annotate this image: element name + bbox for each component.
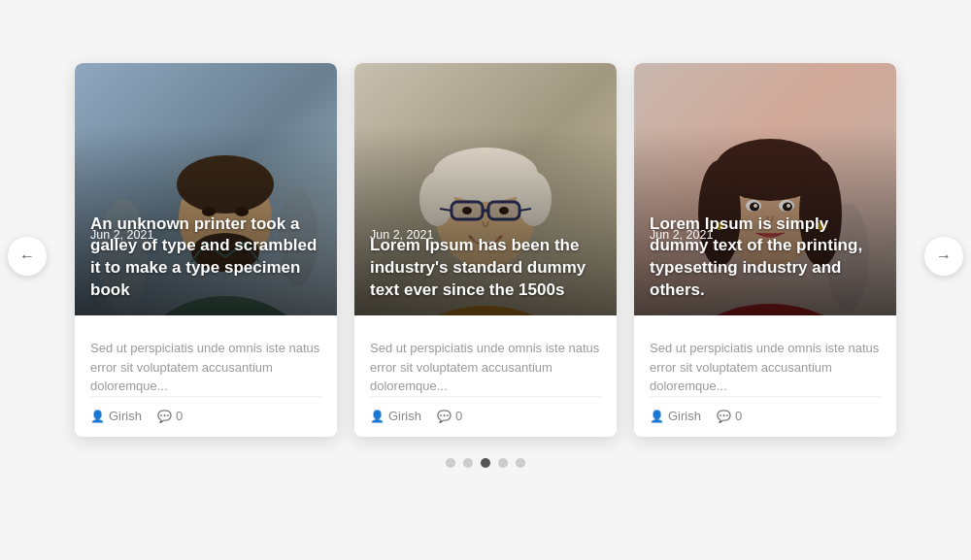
dot-0[interactable] — [446, 458, 455, 468]
card-1-author-name: Girish — [109, 409, 142, 423]
carousel-wrapper: ← — [0, 44, 971, 516]
card-3-title: Lorem Ipsum is simply dummy text of the … — [634, 204, 896, 316]
person-icon-2 — [370, 409, 385, 423]
person-icon-3 — [650, 409, 664, 423]
card-1: Jun 2, 2021 An unknown printer took a ga… — [75, 63, 337, 437]
dot-1[interactable] — [463, 458, 473, 468]
card-3-image: Jun 2, 2021 Lorem Ipsum is simply dummy … — [634, 63, 896, 315]
card-1-image: Jun 2, 2021 An unknown printer took a ga… — [75, 63, 337, 315]
card-3-lower: Sed ut perspiciatis unde omnis iste natu… — [634, 315, 896, 437]
card-1-comment-count: 0 — [176, 409, 183, 423]
card-2-lower: Sed ut perspiciatis unde omnis iste natu… — [354, 315, 617, 437]
comment-icon-1 — [157, 409, 172, 423]
right-arrow-icon: → — [936, 247, 952, 265]
card-3-meta: Girish 0 — [650, 396, 881, 423]
card-3-comments: 0 — [717, 409, 742, 423]
card-1-meta: Girish 0 — [90, 396, 321, 423]
card-1-author: Girish — [90, 409, 142, 423]
card-3-author: Girish — [650, 409, 701, 423]
comment-icon-2 — [437, 409, 452, 423]
card-1-lower: Sed ut perspiciatis unde omnis iste natu… — [75, 315, 337, 437]
comment-icon-3 — [717, 409, 731, 423]
card-3-comment-count: 0 — [735, 409, 742, 423]
card-2-meta: Girish 0 — [370, 396, 601, 423]
card-2-comment-count: 0 — [455, 409, 462, 423]
card-2-image: Jun 2, 2021 Lorem Ipsum has been the ind… — [354, 63, 617, 315]
card-1-comments: 0 — [157, 409, 183, 423]
prev-button[interactable]: ← — [8, 237, 47, 276]
next-button[interactable]: → — [924, 237, 963, 276]
card-3-author-name: Girish — [668, 409, 701, 423]
card-2: Jun 2, 2021 Lorem Ipsum has been the ind… — [354, 63, 617, 437]
dot-4[interactable] — [516, 458, 525, 468]
card-2-comments: 0 — [437, 409, 462, 423]
card-2-excerpt: Sed ut perspiciatis unde omnis iste natu… — [370, 339, 601, 396]
card-1-title: An unknown printer took a galley of type… — [75, 204, 337, 316]
card-2-author-name: Girish — [388, 409, 421, 423]
dot-3[interactable] — [498, 458, 508, 468]
left-arrow-icon: ← — [19, 247, 35, 265]
cards-row: Jun 2, 2021 An unknown printer took a ga… — [0, 63, 971, 437]
person-icon-1 — [90, 409, 105, 423]
card-1-excerpt: Sed ut perspiciatis unde omnis iste natu… — [90, 339, 321, 396]
card-3: Jun 2, 2021 Lorem Ipsum is simply dummy … — [634, 63, 896, 437]
card-2-author: Girish — [370, 409, 421, 423]
card-2-title: Lorem Ipsum has been the industry's stan… — [354, 225, 617, 315]
card-3-excerpt: Sed ut perspiciatis unde omnis iste natu… — [650, 339, 881, 396]
dot-2[interactable] — [481, 458, 490, 468]
pagination-dots — [446, 458, 525, 468]
